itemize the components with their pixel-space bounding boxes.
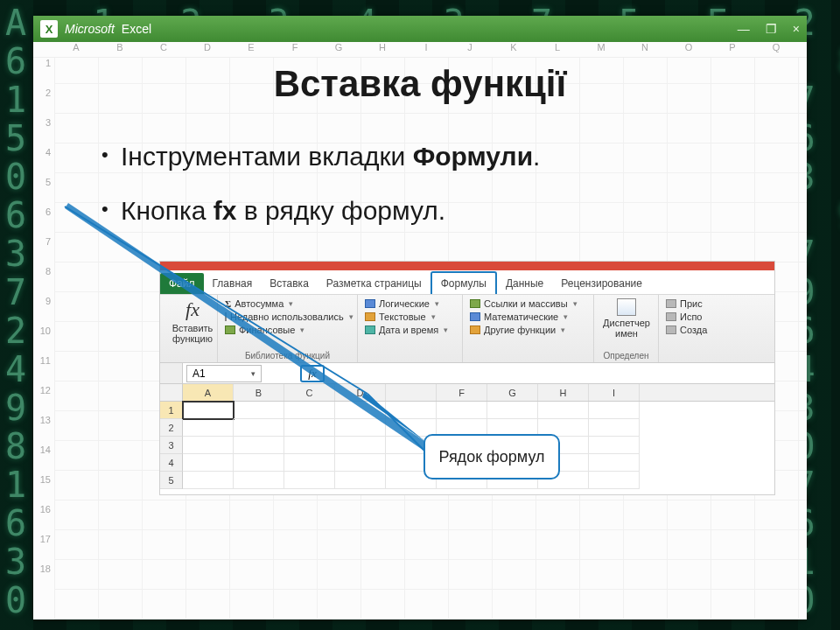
recent-functions-button[interactable]: Недавно использовались▾ (225, 312, 350, 322)
fx-small-icon (666, 312, 676, 321)
name-manager-icon (617, 298, 636, 316)
cell[interactable] (386, 402, 437, 419)
cell[interactable] (183, 402, 234, 419)
grid-icon (666, 326, 676, 334)
assign-name-button[interactable]: Прис (666, 298, 767, 309)
slide: X Microsoft Excel — ❐ × ABCDEFGHIJKLMNOP… (33, 16, 807, 620)
financial-button[interactable]: Финансовые▾ (225, 325, 350, 335)
cell[interactable] (234, 437, 284, 454)
formula-bar-row: A1 ▾ fx (160, 363, 774, 384)
book-icon (365, 326, 375, 334)
book-icon (365, 312, 375, 321)
cell[interactable] (284, 402, 335, 419)
cell[interactable] (538, 402, 589, 419)
ribbon: fx Вставить функцию ΣАвтосумма▾ Недавно … (160, 295, 774, 363)
window-close-icon[interactable]: × (793, 22, 800, 36)
cell[interactable] (437, 402, 487, 419)
tab-formulas[interactable]: Формулы (430, 271, 497, 294)
col-header[interactable]: B (234, 384, 284, 401)
cell[interactable] (335, 419, 386, 437)
titlebar-product: Microsoft (65, 22, 115, 36)
book-icon (365, 299, 375, 308)
lookup-button[interactable]: Ссылки и массивы▾ (470, 298, 586, 309)
create-from-selection-button[interactable]: Созда (666, 325, 767, 335)
cell[interactable] (183, 454, 234, 472)
col-header[interactable]: G (487, 384, 538, 401)
name-box[interactable]: A1 ▾ (186, 365, 262, 382)
col-header[interactable]: A (183, 384, 234, 401)
row-header[interactable]: 3 (160, 437, 183, 454)
bullet-list: Інструментами вкладки Формули. Кнопка fx… (102, 142, 772, 250)
tab-page-layout[interactable]: Разметка страницы (318, 273, 430, 294)
select-all-corner[interactable] (160, 384, 183, 401)
book-icon (470, 326, 480, 334)
col-header[interactable]: I (589, 384, 640, 401)
ribbon-tabs: Файл Главная Вставка Разметка страницы Ф… (160, 270, 774, 295)
cell[interactable] (335, 454, 386, 472)
cell[interactable] (589, 419, 640, 437)
datetime-button[interactable]: Дата и время▾ (365, 325, 455, 335)
autosum-button[interactable]: ΣАвтосумма▾ (225, 298, 350, 309)
cell[interactable] (234, 419, 284, 437)
cell[interactable] (487, 402, 538, 419)
row-header[interactable]: 5 (160, 472, 183, 489)
chevron-down-icon: ▾ (251, 369, 256, 378)
cell[interactable] (589, 472, 640, 489)
tab-data[interactable]: Данные (497, 273, 552, 294)
callout-formula-bar: Рядок формул (424, 434, 560, 480)
col-header[interactable]: D (335, 384, 386, 401)
col-header[interactable] (386, 384, 437, 401)
cell[interactable] (335, 437, 386, 454)
logical-button[interactable]: Логические▾ (365, 298, 455, 309)
book-icon (470, 312, 480, 321)
cell[interactable] (234, 472, 284, 489)
excel-titlebar: X Microsoft Excel — ❐ × (33, 16, 807, 42)
cell[interactable] (335, 402, 386, 419)
tab-home[interactable]: Главная (204, 273, 262, 294)
group-label-library: Библиотека функций (218, 351, 357, 360)
more-functions-button[interactable]: Другие функции▾ (470, 325, 586, 335)
window-minimize-icon[interactable]: — (738, 22, 750, 36)
cell[interactable] (589, 454, 640, 472)
window-maximize-icon[interactable]: ❐ (766, 22, 777, 36)
cell[interactable] (284, 472, 335, 489)
bullet-1: Інструментами вкладки Формули. (102, 142, 772, 172)
tag-icon (666, 299, 676, 308)
col-header[interactable]: F (437, 384, 487, 401)
tab-review[interactable]: Рецензирование (552, 273, 651, 294)
slide-title: Вставка функції (33, 63, 807, 105)
fx-icon: fx (186, 298, 200, 321)
cell[interactable] (234, 402, 284, 419)
math-button[interactable]: Математические▾ (470, 312, 586, 322)
row-header[interactable]: 2 (160, 419, 183, 437)
cell[interactable] (183, 419, 234, 437)
tab-insert[interactable]: Вставка (261, 273, 318, 294)
cell[interactable] (234, 454, 284, 472)
cell[interactable] (284, 454, 335, 472)
tab-file[interactable]: Файл (160, 273, 204, 294)
text-button[interactable]: Текстовые▾ (365, 312, 455, 322)
use-in-formula-button[interactable]: Испо (666, 312, 767, 322)
cell[interactable] (183, 472, 234, 489)
bullet-2: Кнопка fx в рядку формул. (102, 196, 772, 226)
name-manager-button[interactable]: Диспетчер имен (601, 298, 652, 339)
cell[interactable] (589, 402, 640, 419)
col-header[interactable]: H (538, 384, 589, 401)
book-icon (225, 312, 227, 321)
book-icon (470, 299, 480, 308)
cell[interactable] (335, 472, 386, 489)
cell[interactable] (589, 437, 640, 454)
row-header[interactable]: 1 (160, 402, 183, 419)
excel-logo-icon: X (40, 20, 58, 38)
fx-button[interactable]: fx (300, 365, 325, 382)
cell[interactable] (284, 437, 335, 454)
insert-function-button[interactable]: fx Вставить функцию (167, 298, 218, 344)
cell[interactable] (284, 419, 335, 437)
titlebar-app: Excel (122, 22, 151, 36)
ghost-column-headers: ABCDEFGHIJKLMNOPQ (33, 42, 807, 58)
ghost-row-headers: 123456789101112131415161718 (33, 58, 54, 620)
row-header[interactable]: 4 (160, 454, 183, 472)
quick-access-bar (160, 262, 774, 270)
cell[interactable] (183, 437, 234, 454)
col-header[interactable]: C (284, 384, 335, 401)
